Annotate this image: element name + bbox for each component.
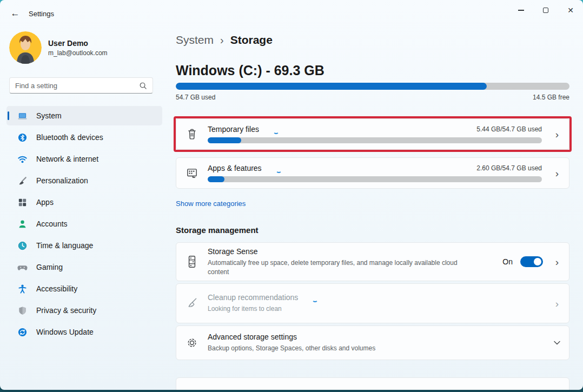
sidebar-item-apps[interactable]: Apps (6, 192, 162, 212)
accessibility-icon (17, 284, 28, 294)
sidebar-item-label: Gaming (36, 263, 63, 271)
search-input[interactable] (15, 82, 139, 90)
system-icon (17, 111, 28, 121)
sidebar-item-label: System (36, 111, 62, 120)
avatar (9, 31, 42, 64)
category-usage-fill (208, 137, 241, 143)
sidebar-item-label: Personalization (36, 176, 88, 185)
brush-icon (17, 176, 28, 186)
row-description: Backup options, Storage Spaces, other di… (208, 344, 462, 353)
toggle-knob (534, 258, 541, 265)
advanced-storage-settings-row[interactable]: Advanced storage settings Backup options… (176, 325, 569, 360)
loading-spinner-icon (276, 167, 282, 173)
shield-icon (17, 305, 28, 316)
breadcrumb-separator-icon: › (220, 34, 224, 46)
broom-icon (186, 296, 198, 310)
sidebar-item-label: Bluetooth & devices (36, 133, 103, 142)
sidebar-item-system[interactable]: System (6, 106, 162, 125)
breadcrumb: System › Storage (176, 34, 273, 46)
update-icon (17, 327, 28, 337)
back-icon[interactable]: ← (8, 6, 23, 21)
chevron-down-icon[interactable] (553, 340, 561, 346)
sidebar-item-time-language[interactable]: Time & language (6, 236, 162, 255)
drive-title: Windows (C:) - 69.3 GB (176, 63, 324, 78)
drive-usage-fill (176, 83, 487, 90)
main-content: System › Storage Windows (C:) - 69.3 GB … (176, 0, 569, 390)
drive-usage-bar (176, 83, 569, 90)
wifi-icon (17, 154, 28, 164)
sidebar-item-windows-update[interactable]: Windows Update (6, 322, 162, 342)
sidebar-item-label: Windows Update (36, 328, 94, 336)
drive-used-label: 54.7 GB used (176, 94, 215, 101)
storage-management-heading: Storage management (176, 225, 259, 235)
sidebar-item-privacy-security[interactable]: Privacy & security (6, 301, 162, 320)
row-title: Cleanup recommendations (208, 293, 298, 302)
chevron-right-icon[interactable]: › (555, 257, 559, 267)
sidebar-item-label: Accessibility (36, 284, 77, 293)
category-usage-bar (208, 176, 542, 182)
sidebar-item-label: Apps (36, 198, 54, 207)
row-description: Looking for items to clean (208, 304, 462, 313)
sidebar-item-label: Privacy & security (36, 306, 96, 315)
cleanup-recommendations-row[interactable]: Cleanup recommendations Looking for item… (176, 283, 569, 323)
sidebar-item-label: Accounts (36, 220, 68, 228)
trash-icon (186, 128, 198, 141)
search-box[interactable] (9, 77, 153, 94)
category-row-temporary-files[interactable]: Temporary files 5.44 GB/54.7 GB used › (176, 118, 569, 150)
storage-sense-toggle[interactable] (520, 256, 543, 267)
show-more-categories-link[interactable]: Show more categories (176, 200, 246, 208)
storage-sense-row[interactable]: Storage Sense Automatically free up spac… (176, 242, 569, 281)
loading-spinner-icon (312, 296, 318, 302)
toggle-state-label: On (502, 257, 513, 266)
clock-icon (17, 241, 28, 251)
user-name: User Demo (48, 39, 108, 48)
window-title: Settings (29, 10, 54, 18)
user-email: m_lab@outlook.com (48, 49, 108, 57)
sidebar-item-gaming[interactable]: Gaming (6, 257, 162, 277)
chevron-right-icon[interactable]: › (555, 168, 559, 178)
category-title: Apps & features (208, 164, 262, 172)
gear-icon (186, 336, 198, 349)
sidebar-item-accessibility[interactable]: Accessibility (6, 279, 162, 298)
sidebar-item-bluetooth-devices[interactable]: Bluetooth & devices (6, 128, 162, 147)
chevron-right-icon[interactable]: › (555, 129, 559, 139)
drive-free-label: 14.5 GB free (533, 94, 569, 101)
sidebar-nav: System Bluetooth & devices Network & int… (6, 106, 162, 344)
user-profile[interactable]: User Demo m_lab@outlook.com (9, 31, 108, 64)
loading-spinner-icon (273, 128, 279, 134)
apps-features-icon (186, 167, 198, 180)
sidebar-item-label: Network & internet (36, 155, 98, 163)
category-usage-fill (208, 176, 224, 182)
apps-icon (17, 197, 28, 208)
row-description: Automatically free up space, delete temp… (208, 258, 462, 276)
settings-window: ← Settings ✕ User Demo m_lab@outlook.com (0, 0, 583, 390)
chevron-right-icon[interactable]: › (555, 298, 559, 309)
accounts-icon (17, 219, 28, 229)
category-usage-bar (208, 137, 542, 143)
row-title: Storage Sense (208, 247, 502, 256)
sidebar-item-label: Time & language (36, 241, 93, 250)
partial-row[interactable] (176, 377, 569, 390)
breadcrumb-current: Storage (230, 34, 273, 46)
category-title: Temporary files (208, 125, 259, 134)
storage-sense-icon (186, 255, 198, 269)
category-row-apps-features[interactable]: Apps & features 2.60 GB/54.7 GB used › (176, 157, 569, 189)
gamepad-icon (17, 262, 28, 273)
category-value: 2.60 GB/54.7 GB used (476, 164, 542, 172)
sidebar-item-personalization[interactable]: Personalization (6, 171, 162, 190)
search-icon[interactable] (139, 82, 147, 90)
breadcrumb-parent[interactable]: System (176, 34, 214, 46)
sidebar-item-accounts[interactable]: Accounts (6, 214, 162, 234)
bluetooth-icon (17, 132, 28, 143)
category-value: 5.44 GB/54.7 GB used (476, 125, 542, 133)
sidebar-item-network-internet[interactable]: Network & internet (6, 149, 162, 169)
row-title: Advanced storage settings (208, 333, 545, 341)
